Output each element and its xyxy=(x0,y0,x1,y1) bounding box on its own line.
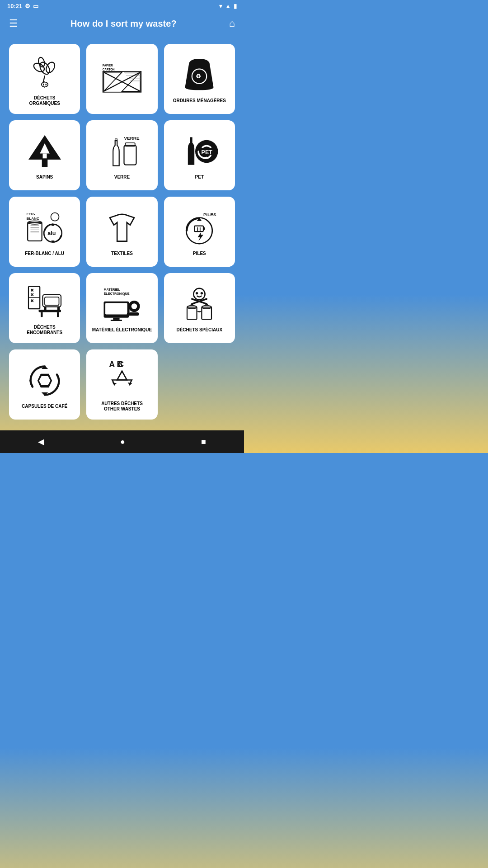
bulky-icon xyxy=(24,281,65,322)
wifi-icon: ▾ xyxy=(219,3,222,9)
status-time: 10:21 xyxy=(7,3,22,9)
card-dechets-speciaux[interactable]: DÉCHETS SPÉCIAUX xyxy=(164,273,235,343)
svg-point-83 xyxy=(201,292,203,294)
card-capsules-cafe[interactable]: CAPSULES DE CAFÉ xyxy=(9,349,80,420)
card-dechets-encombrants[interactable]: DÉCHETSENCOMBRANTS xyxy=(9,273,80,343)
svg-rect-69 xyxy=(41,312,43,317)
bulky-label: DÉCHETSENCOMBRANTS xyxy=(27,325,62,335)
svg-text:alu: alu xyxy=(47,230,56,236)
svg-point-38 xyxy=(51,212,59,221)
batteries-icon: PILES xyxy=(179,208,220,248)
svg-text:PAPIER: PAPIER xyxy=(103,64,113,67)
svg-rect-26 xyxy=(42,160,47,167)
card-autres-dechets[interactable]: A B C Autres déchetsOther wastes xyxy=(86,349,157,420)
svg-point-82 xyxy=(196,292,198,294)
gear-icon: ⚙ xyxy=(25,3,30,9)
back-button[interactable]: ◀ xyxy=(38,437,44,447)
svg-text:VERRE: VERRE xyxy=(124,135,139,140)
metal-label: FER-BLANC / ALU xyxy=(25,251,64,256)
navigation-bar: ◀ ● ■ xyxy=(0,430,244,453)
svg-text:C: C xyxy=(118,359,124,368)
svg-rect-78 xyxy=(127,312,139,316)
sim-icon: ▭ xyxy=(33,3,38,9)
svg-rect-39 xyxy=(28,222,42,241)
svg-text:♻: ♻ xyxy=(196,73,201,80)
svg-rect-65 xyxy=(45,297,59,305)
capsules-icon xyxy=(24,360,65,401)
svg-point-81 xyxy=(194,288,205,299)
organic-label: DÉCHETSORGANIQUES xyxy=(29,95,60,106)
svg-text:PET: PET xyxy=(202,149,213,156)
svg-rect-76 xyxy=(111,320,122,321)
metal-icon: FER- BLANC alu xyxy=(24,208,65,248)
card-materiel-electronique[interactable]: MATÉRIEL ÉLECTRONIQUE MATÉRIEL ÉLECTRONI… xyxy=(86,273,157,343)
home-nav-button[interactable]: ● xyxy=(120,437,125,447)
card-sapins[interactable]: SAPINS xyxy=(9,120,80,190)
card-ordures-menageres[interactable]: ♻ ORDURES MÉNAGÈRES xyxy=(164,44,235,114)
svg-text:BLANC: BLANC xyxy=(26,217,39,221)
svg-text:FER-: FER- xyxy=(26,212,35,216)
home-button[interactable]: ⌂ xyxy=(229,18,235,29)
svg-rect-33 xyxy=(190,137,192,139)
svg-rect-51 xyxy=(195,226,204,231)
other-icon: A B C xyxy=(102,358,142,398)
organic-icon xyxy=(24,52,65,93)
svg-marker-12 xyxy=(122,72,141,91)
svg-point-2 xyxy=(44,61,56,74)
verre-label: VERRE xyxy=(114,175,130,180)
svg-rect-75 xyxy=(113,317,119,320)
card-fer-blanc-alu[interactable]: FER- BLANC alu FER-BLANC / ALU xyxy=(9,197,80,267)
status-bar: 10:21 ⚙ ▭ ▾ ▲ ▮ xyxy=(0,0,244,12)
svg-rect-28 xyxy=(42,153,47,158)
household-label: ORDURES MÉNAGÈRES xyxy=(173,98,226,104)
app-header: ☰ How do I sort my waste? ⌂ xyxy=(0,12,244,37)
capsules-label: CAPSULES DE CAFÉ xyxy=(22,404,67,409)
svg-point-80 xyxy=(131,303,137,309)
svg-point-7 xyxy=(43,83,44,85)
card-textiles[interactable]: TEXTILES xyxy=(86,197,157,267)
electronic-label: MATÉRIEL ÉLECTRONIQUE xyxy=(92,327,152,333)
other-label: Autres déchetsOther wastes xyxy=(101,401,143,412)
page-title: How do I sort my waste? xyxy=(18,19,229,29)
svg-rect-74 xyxy=(105,303,127,314)
electronic-icon: MATÉRIEL ÉLECTRONIQUE xyxy=(102,284,142,325)
textile-icon xyxy=(102,208,142,248)
household-icon: ♻ xyxy=(179,55,220,95)
paper-icon: PAPIER CARTON xyxy=(102,59,142,99)
svg-rect-30 xyxy=(115,139,117,141)
card-pet[interactable]: PET PET xyxy=(164,120,235,190)
special-label: DÉCHETS SPÉCIAUX xyxy=(176,327,222,333)
pet-icon: PET xyxy=(179,131,220,172)
svg-rect-68 xyxy=(38,310,61,312)
svg-rect-31 xyxy=(124,145,136,165)
tree-icon xyxy=(24,131,65,172)
waste-grid: DÉCHETSORGANIQUES PAPIER CARTON xyxy=(0,37,244,430)
card-papier-carton[interactable]: PAPIER CARTON xyxy=(86,44,157,114)
svg-marker-11 xyxy=(103,72,122,91)
card-verre[interactable]: VERRE VERRE xyxy=(86,120,157,190)
signal-icon: ▲ xyxy=(225,3,231,9)
card-dechets-organiques[interactable]: DÉCHETSORGANIQUES xyxy=(9,44,80,114)
svg-marker-95 xyxy=(112,382,117,385)
textiles-label: TEXTILES xyxy=(111,251,133,256)
battery-icon: ▮ xyxy=(234,3,237,9)
menu-button[interactable]: ☰ xyxy=(9,18,18,29)
svg-rect-70 xyxy=(57,312,59,317)
svg-rect-52 xyxy=(203,227,205,230)
svg-text:CARTON: CARTON xyxy=(103,68,115,71)
svg-point-8 xyxy=(45,83,47,85)
svg-text:ÉLECTRONIQUE: ÉLECTRONIQUE xyxy=(103,292,129,296)
glass-icon: VERRE xyxy=(102,131,142,172)
recent-apps-button[interactable]: ■ xyxy=(201,437,206,447)
card-piles[interactable]: PILES PILES xyxy=(164,197,235,267)
svg-point-4 xyxy=(41,82,47,87)
svg-text:MATÉRIEL: MATÉRIEL xyxy=(103,288,120,292)
piles-label: PILES xyxy=(193,251,206,256)
pet-label: PET xyxy=(195,175,204,180)
svg-marker-96 xyxy=(128,382,132,385)
sapins-label: SAPINS xyxy=(36,175,53,180)
special-icon xyxy=(179,284,220,325)
svg-text:PILES: PILES xyxy=(203,212,216,217)
